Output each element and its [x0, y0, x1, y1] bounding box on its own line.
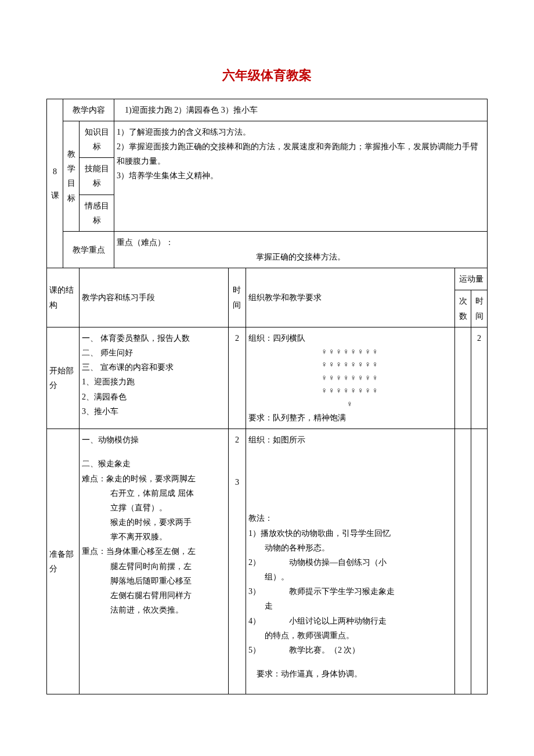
- col-duration: 时间: [471, 290, 488, 327]
- obj-label: 教学目标: [63, 121, 80, 231]
- lesson-number: 8 课: [47, 99, 63, 268]
- part1-time: 2: [228, 327, 246, 429]
- col-time: 时间: [228, 268, 246, 327]
- col-content: 教学内容和练习手段: [80, 268, 229, 327]
- part1-org: 组织：四列横队 ♀♀♀♀♀♀♀♀ ♀♀♀♀♀♀♀♀ ♀♀♀♀♀♀♀♀ ♀♀♀♀♀…: [246, 327, 454, 429]
- part2-loadtime: [471, 429, 488, 694]
- page-title: 六年级体育教案: [46, 64, 488, 87]
- part1-name: 开始部分: [47, 327, 80, 429]
- objectives-text: 1）了解迎面接力的含义和练习方法。 2）掌握迎面接力跑正确的交接棒和跑的方法，发…: [114, 121, 488, 231]
- key-text: 重点（难点）： 掌握正确的交接棒方法。: [114, 231, 488, 268]
- key-label: 教学重点: [63, 231, 114, 268]
- part2-time: 2 3: [228, 429, 246, 694]
- content-text: 1)迎面接力跑 2）满园春色 3）推小车: [114, 99, 488, 121]
- obj1-label: 知识目标: [80, 121, 114, 157]
- obj2-label: 技能目标: [80, 158, 114, 195]
- part2-org: 组织：如图所示 教法： 1）播放欢快的动物歌曲，引导学生回忆 动物的各种形态。 …: [246, 429, 454, 694]
- lesson-plan-table: 8 课 教学内容 1)迎面接力跑 2）满园春色 3）推小车 教学目标 知识目标 …: [46, 99, 488, 695]
- content-label: 教学内容: [63, 99, 114, 121]
- part2-content: 一、动物模仿操 二、猴走象走 难点：象走的时候，要求两脚左 右开立，体前屈成 屈…: [80, 429, 229, 694]
- col-structure: 课的结构: [47, 268, 80, 327]
- col-load: 运动量: [455, 268, 488, 290]
- part1-loadtime: 2: [471, 327, 488, 429]
- part1-reps: [455, 327, 471, 429]
- col-org: 组织教学和教学要求: [246, 268, 454, 327]
- part2-name: 准备部分: [47, 429, 80, 694]
- obj3-label: 情感目标: [80, 195, 114, 231]
- col-reps: 次数: [455, 290, 471, 327]
- part1-content: 一、 体育委员整队，报告人数 二、 师生问好 三、 宣布课的内容和要求 1、迎面…: [80, 327, 229, 429]
- part2-reps: [455, 429, 471, 694]
